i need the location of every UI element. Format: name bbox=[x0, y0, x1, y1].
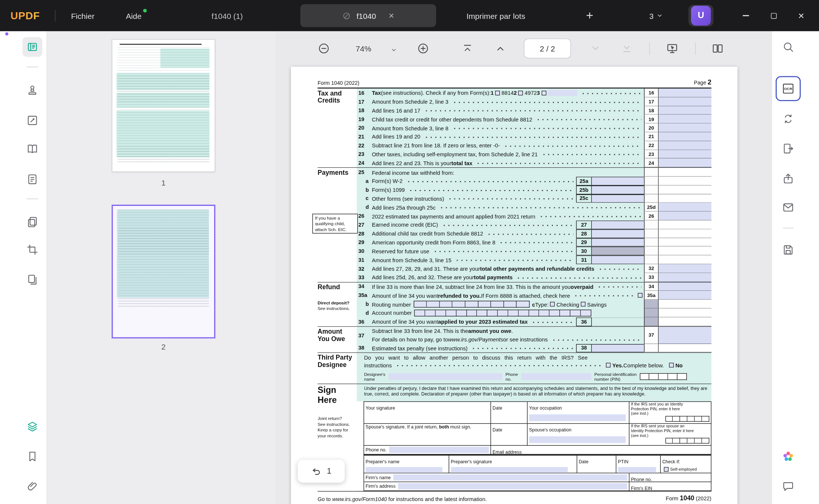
preparer-signature-field[interactable] bbox=[451, 467, 567, 474]
page-number-input[interactable]: 2 / 2 bbox=[524, 39, 571, 58]
input-field[interactable] bbox=[592, 344, 644, 353]
presentation-mode-button[interactable] bbox=[666, 42, 679, 55]
thumbnail-panel-button[interactable] bbox=[23, 37, 43, 57]
spouse-ip-pin-boxes[interactable] bbox=[666, 438, 709, 444]
zoom-in-button[interactable] bbox=[417, 42, 430, 55]
zoom-dropdown-caret[interactable] bbox=[391, 46, 397, 52]
layers-panel-button[interactable] bbox=[26, 420, 39, 433]
amount-field[interactable] bbox=[659, 141, 711, 150]
digit-boxes[interactable] bbox=[414, 310, 591, 316]
organize-pages-button[interactable] bbox=[26, 216, 39, 228]
crop-tool-button[interactable] bbox=[26, 243, 39, 256]
email-button[interactable] bbox=[782, 201, 795, 214]
input-field[interactable] bbox=[592, 247, 644, 256]
amount-field[interactable] bbox=[659, 124, 711, 133]
input-field[interactable] bbox=[592, 177, 644, 186]
yes-checkbox[interactable] bbox=[606, 363, 611, 368]
firm-name-field[interactable] bbox=[393, 474, 627, 481]
edit-page-button[interactable] bbox=[26, 173, 39, 186]
save-button[interactable] bbox=[782, 243, 795, 256]
convert-button[interactable] bbox=[782, 113, 795, 125]
tab-f1040[interactable]: f1040 × bbox=[300, 4, 436, 27]
ip-pin-boxes[interactable] bbox=[666, 416, 709, 422]
input-field[interactable] bbox=[592, 186, 644, 194]
read-mode-button[interactable] bbox=[26, 142, 39, 155]
amount-field[interactable] bbox=[659, 203, 711, 212]
no-checkbox[interactable] bbox=[669, 363, 674, 368]
amount-field[interactable] bbox=[659, 291, 711, 300]
attachment-panel-button[interactable] bbox=[26, 480, 39, 493]
your-occupation-field[interactable] bbox=[529, 414, 626, 421]
ocr-button[interactable]: OCR bbox=[776, 76, 801, 101]
go-to-last-page-button[interactable] bbox=[620, 42, 633, 55]
menu-aide[interactable]: Aide bbox=[126, 0, 142, 31]
amount-field[interactable] bbox=[659, 212, 711, 221]
go-to-first-page-button[interactable] bbox=[461, 42, 474, 55]
input-field[interactable] bbox=[592, 229, 644, 238]
checkbox[interactable] bbox=[541, 91, 546, 96]
designee-pin-boxes[interactable] bbox=[640, 373, 687, 380]
amount-field[interactable] bbox=[659, 115, 711, 124]
amount-field[interactable] bbox=[659, 89, 711, 97]
input-field[interactable] bbox=[592, 220, 644, 229]
phone-field[interactable] bbox=[389, 447, 489, 453]
input-field[interactable] bbox=[548, 90, 577, 96]
amount-field[interactable] bbox=[659, 132, 711, 141]
comments-button[interactable] bbox=[782, 480, 795, 493]
tab-close-icon[interactable]: × bbox=[389, 11, 394, 20]
ptin-field[interactable] bbox=[618, 467, 656, 474]
checkbox[interactable] bbox=[581, 302, 586, 307]
digit-boxes[interactable] bbox=[414, 301, 530, 307]
text-segment: www.irs.gov/Payments bbox=[448, 336, 503, 343]
maximize-button[interactable] bbox=[767, 0, 780, 31]
two-page-view-button[interactable] bbox=[712, 42, 724, 55]
amount-field[interactable] bbox=[659, 327, 711, 344]
share-button[interactable] bbox=[782, 173, 795, 185]
new-tab-button[interactable]: + bbox=[582, 0, 597, 31]
window-count-dropdown[interactable]: 3 bbox=[649, 0, 663, 31]
close-button[interactable]: × bbox=[795, 0, 808, 31]
undo-button[interactable]: 1 bbox=[298, 460, 345, 483]
amount-field[interactable] bbox=[659, 273, 711, 282]
designee-phone-field[interactable] bbox=[521, 373, 591, 380]
spouse-occupation-field[interactable] bbox=[529, 437, 626, 443]
amount-field[interactable] bbox=[659, 97, 711, 106]
amount-field[interactable] bbox=[659, 150, 711, 159]
input-field[interactable] bbox=[592, 238, 644, 247]
input-field[interactable] bbox=[592, 256, 644, 264]
amount-field[interactable] bbox=[659, 282, 711, 291]
ai-assistant-button[interactable] bbox=[782, 450, 795, 463]
checkbox[interactable] bbox=[550, 302, 555, 307]
menu-fichier[interactable]: Fichier bbox=[71, 0, 94, 31]
amount-field[interactable] bbox=[659, 106, 711, 115]
previous-page-button[interactable] bbox=[494, 42, 507, 55]
stamp-tool-button[interactable] bbox=[26, 84, 39, 97]
preparer-section: Preparer's namePreparer's signatureDateP… bbox=[364, 455, 712, 491]
tab-f1040-1[interactable]: f1040 (1) bbox=[188, 0, 266, 31]
extract-pages-button[interactable] bbox=[26, 273, 39, 286]
amount-field[interactable] bbox=[659, 158, 711, 167]
page-thumbnail-1[interactable] bbox=[112, 39, 215, 172]
annotate-tool-button[interactable] bbox=[26, 114, 39, 127]
export-page-button[interactable] bbox=[782, 142, 795, 155]
preparer-name-field[interactable] bbox=[366, 467, 442, 474]
batch-print-button[interactable]: Imprimer par lots bbox=[467, 0, 525, 31]
self-employed-checkbox[interactable] bbox=[664, 467, 669, 472]
next-page-button[interactable] bbox=[589, 42, 602, 55]
page-thumbnail-2[interactable] bbox=[112, 205, 215, 338]
zoom-level[interactable]: 74% bbox=[347, 42, 379, 55]
amount-field[interactable] bbox=[659, 264, 711, 273]
zoom-out-button[interactable] bbox=[318, 42, 330, 55]
bookmark-panel-button[interactable] bbox=[26, 450, 39, 463]
search-button[interactable] bbox=[782, 41, 795, 53]
updf-logo[interactable]: UPDF bbox=[10, 0, 40, 31]
firm-address-field[interactable] bbox=[398, 483, 627, 490]
account-button[interactable]: U bbox=[689, 5, 714, 27]
input-field[interactable] bbox=[592, 194, 644, 203]
text-segment: 2 bbox=[514, 90, 517, 96]
checkbox[interactable] bbox=[495, 91, 500, 96]
checkbox[interactable] bbox=[518, 91, 523, 96]
designee-name-field[interactable] bbox=[388, 373, 502, 380]
checkbox[interactable] bbox=[638, 293, 643, 298]
minimize-button[interactable] bbox=[739, 0, 753, 31]
